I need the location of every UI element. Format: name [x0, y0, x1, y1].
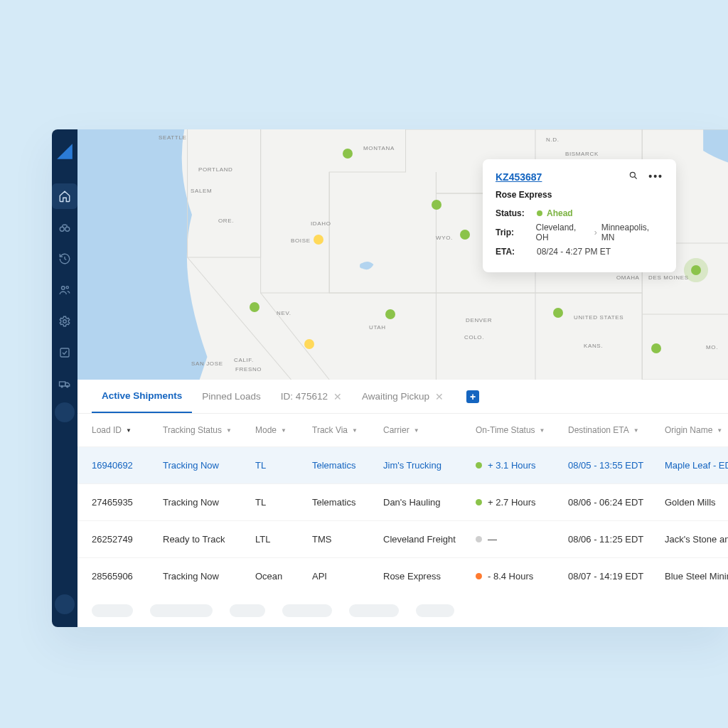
table-cell: Jack's Stone and [665, 534, 728, 545]
table-cell: TL [255, 460, 312, 471]
map-marker[interactable] [385, 309, 395, 319]
sort-icon: ▼ [281, 427, 287, 434]
map-label: Des Moines [648, 274, 689, 281]
map-label: CALIF. [234, 357, 254, 363]
search-icon[interactable] [628, 171, 638, 183]
map-label: Omaha [616, 274, 640, 281]
tabs-bar: Active ShipmentsPinned LoadsID: 475612✕A… [77, 380, 728, 414]
table-cell: API [312, 571, 383, 582]
column-header[interactable]: Origin Name▼ [665, 425, 728, 435]
table-row[interactable]: 26252749Ready to TrackLTLTMSCleveland Fr… [77, 520, 728, 557]
table-cell: Ocean [255, 571, 312, 582]
table-header: Load ID▼Tracking Status▼Mode▼Track Via▼C… [77, 414, 728, 446]
map-marker[interactable] [250, 302, 259, 312]
map-label: Boise [291, 237, 311, 244]
avatar-placeholder-1[interactable] [55, 402, 75, 422]
shipment-info-card: KZ453687 ••• Rose Express Status: Ahead [483, 159, 676, 272]
shipments-table: Load ID▼Tracking Status▼Mode▼Track Via▼C… [77, 414, 728, 627]
tab-awaiting-pickup[interactable]: Awaiting Pickup✕ [352, 380, 454, 413]
sidebar [52, 129, 77, 627]
table-cell: Maple Leaf - EDC [665, 460, 728, 471]
nav-tasks[interactable] [52, 340, 77, 365]
table-cell: 08/07 - 14:19 EDT [568, 571, 665, 582]
table-row[interactable]: 28565906Tracking NowOceanAPIRose Express… [77, 557, 728, 594]
nav-home[interactable] [52, 183, 77, 209]
checkbox-icon [58, 346, 71, 359]
svg-marker-0 [57, 144, 73, 159]
svg-rect-6 [60, 348, 69, 357]
map-label: NEV. [277, 310, 291, 316]
sort-icon: ▼ [126, 427, 132, 434]
map-label: WYO. [436, 235, 453, 241]
map-marker[interactable] [314, 235, 323, 245]
column-header[interactable]: Tracking Status▼ [163, 425, 255, 435]
column-header[interactable]: Track Via▼ [312, 425, 383, 435]
map-label: Bismarck [565, 151, 599, 157]
column-header[interactable]: Carrier▼ [383, 425, 476, 435]
tab-label: ID: 475612 [281, 391, 328, 402]
table-cell: TMS [312, 534, 383, 545]
table-cell: + 3.1 Hours [476, 460, 568, 471]
map-label: N.D. [546, 136, 560, 143]
table-cell: Blue Steel Mining [665, 571, 728, 582]
table-cell: Tracking Now [163, 497, 255, 508]
column-header[interactable]: On-Time Status▼ [476, 425, 568, 435]
status-dot [476, 573, 482, 579]
table-cell: Golden Mills [665, 497, 728, 508]
table-row[interactable]: 16940692Tracking NowTLTelematicsJim's Tr… [77, 446, 728, 483]
map-marker[interactable] [432, 200, 441, 210]
svg-point-2 [65, 227, 70, 231]
close-icon[interactable]: ✕ [435, 391, 444, 402]
tab-pinned-loads[interactable]: Pinned Loads [192, 380, 271, 413]
map-marker[interactable] [691, 265, 701, 275]
main: SeattleMONTANAN.D.BismarckPortlandIDAHOS… [77, 129, 728, 627]
shipment-id-link[interactable]: KZ453687 [496, 171, 542, 183]
svg-point-9 [67, 386, 68, 387]
table-row[interactable]: 27465935Tracking NowTLTelematicsDan's Ha… [77, 483, 728, 520]
tab-label: Active Shipments [102, 390, 182, 401]
nav-settings[interactable] [52, 309, 77, 334]
status-dot [476, 536, 482, 542]
table-cell: Tracking Now [163, 460, 255, 471]
svg-point-8 [61, 386, 63, 387]
nav-history[interactable] [52, 246, 77, 272]
nav-trucks[interactable] [52, 371, 77, 397]
map-marker[interactable] [460, 230, 470, 240]
map-marker[interactable] [343, 149, 353, 159]
avatar-placeholder-2[interactable] [55, 594, 75, 614]
map[interactable]: SeattleMONTANAN.D.BismarckPortlandIDAHOS… [77, 129, 728, 380]
map-label: COLO. [464, 334, 484, 341]
tab-id-475612[interactable]: ID: 475612✕ [271, 380, 352, 413]
map-marker[interactable] [651, 343, 661, 353]
map-label: San Jose [191, 360, 223, 367]
logo [55, 142, 74, 161]
sort-icon: ▼ [540, 427, 545, 434]
map-label: Portland [198, 166, 233, 173]
column-header[interactable]: Destination ETA▼ [568, 425, 665, 435]
tab-active-shipments[interactable]: Active Shipments [92, 380, 192, 413]
eta-label: ETA: [496, 247, 537, 257]
map-label: MO. [706, 344, 718, 350]
nav-binoculars[interactable] [52, 215, 77, 240]
table-cell: 27465935 [92, 497, 163, 508]
map-marker[interactable] [553, 308, 563, 318]
tab-label: Pinned Loads [202, 391, 261, 402]
column-header[interactable]: Mode▼ [255, 425, 312, 435]
more-icon[interactable]: ••• [648, 171, 663, 183]
status-value: Ahead [547, 208, 573, 218]
binoculars-icon [58, 221, 71, 234]
close-icon[interactable]: ✕ [333, 391, 342, 402]
table-cell: 16940692 [92, 460, 163, 471]
sort-icon: ▼ [414, 427, 419, 434]
table-cell: Jim's Trucking [383, 460, 476, 471]
add-tab-button[interactable]: + [466, 390, 479, 403]
table-cell: Ready to Track [163, 534, 255, 545]
status-dot [476, 499, 482, 505]
column-header[interactable]: Load ID▼ [92, 425, 163, 435]
table-cell: + 2.7 Hours [476, 497, 568, 508]
trip-destination: Minneapolis, MN [601, 223, 663, 242]
map-marker[interactable] [304, 339, 314, 349]
map-label: IDAHO [311, 220, 331, 227]
nav-users[interactable] [52, 277, 77, 303]
history-icon [58, 252, 71, 265]
